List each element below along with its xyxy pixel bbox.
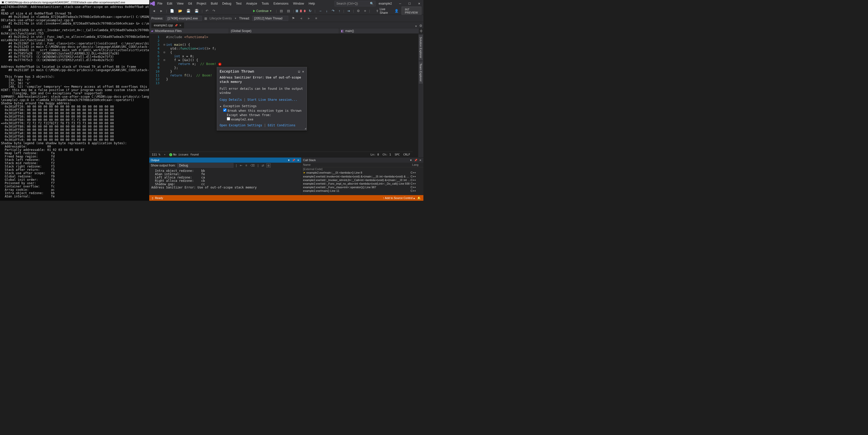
console-titlebar[interactable]: ▣ C:\MSDN\cpp-docs-pr\docs\c-language\AS…: [0, 0, 149, 4]
tab-nav-icon[interactable]: ▼: [414, 24, 418, 28]
panel-close-icon[interactable]: ✕: [297, 159, 300, 162]
callstack-col-lang[interactable]: Lang: [410, 163, 423, 167]
step-over-icon[interactable]: ↷: [331, 8, 336, 13]
open-icon[interactable]: 📂: [177, 8, 183, 13]
saveall-icon[interactable]: 💾: [193, 8, 200, 13]
thread-dropdown[interactable]: [20512] Main Thread: [252, 16, 288, 21]
menu-view[interactable]: View: [175, 1, 186, 6]
next-icon[interactable]: ►: [306, 16, 312, 21]
add-source-control[interactable]: Add to Source Control: [385, 196, 413, 199]
break-when-checkbox[interactable]: Break when this exception type is thrown: [223, 109, 302, 112]
outline-toggle-icon[interactable]: ⊟: [163, 43, 165, 46]
start-liveshare-link[interactable]: Start Live Share session...: [247, 98, 297, 102]
menu-test[interactable]: Test: [234, 1, 244, 6]
console-output[interactable]: ==17436==ERROR: AddressSanitizer: stack-…: [0, 4, 149, 201]
menu-extensions[interactable]: Extensions: [271, 1, 290, 6]
notification-icon[interactable]: 🔔: [417, 196, 421, 199]
panel-close-icon[interactable]: ✕: [419, 159, 422, 162]
callstack-row[interactable]: example2.exe!std::invoke<int <lambda>(vo…: [302, 175, 423, 178]
resize-grip-icon[interactable]: ◢: [305, 127, 306, 130]
menu-analyze[interactable]: Analyze: [244, 1, 259, 6]
screen-icon[interactable]: ▤: [279, 8, 284, 13]
menu-project[interactable]: Project: [194, 1, 208, 6]
new-icon[interactable]: 📄: [169, 8, 175, 13]
outline-toggle-icon[interactable]: ⊟: [163, 51, 165, 54]
window-close-icon[interactable]: ✕: [416, 1, 422, 6]
code-editor[interactable]: 1 2 3 4 5 6 7 8 9 10 11 12 13 ⊟ ⊟ ⊟ #i: [149, 34, 418, 157]
wordwrap-icon[interactable]: ⇄: [261, 164, 265, 167]
callstack-row[interactable]: [External Code]: [302, 167, 423, 171]
namespace-scope-dropdown[interactable]: (Global Scope): [229, 28, 339, 34]
stop-icon[interactable]: [300, 10, 302, 12]
funnel-icon[interactable]: ⚙: [356, 8, 361, 13]
exception-settings-toggle[interactable]: ▴ Exception Settings: [220, 104, 304, 108]
editor-tab-active[interactable]: example2.cpp 📌 ✕: [151, 22, 184, 28]
crlf-indicator[interactable]: CRLF: [403, 153, 410, 156]
team-explorer-tab[interactable]: Team Explorer: [419, 61, 423, 83]
output-source-dropdown[interactable]: Debug: [177, 163, 234, 168]
save-icon[interactable]: 💾: [185, 8, 191, 13]
find-icon[interactable]: ⇤: [239, 164, 243, 167]
process-dropdown[interactable]: [17436] example2.exe: [166, 16, 202, 21]
split-icon[interactable]: ╪: [419, 29, 423, 33]
pushpin-icon[interactable]: 📌: [175, 24, 178, 27]
intpreview-badge[interactable]: INT PREVIEW: [402, 7, 421, 15]
step-out-icon[interactable]: ↑: [338, 8, 341, 13]
callstack-row[interactable]: example2.exe!main() Line 11C++: [302, 189, 423, 193]
output-header[interactable]: Output ▼ 📌 ✕: [149, 158, 301, 163]
listview-icon[interactable]: ≣: [267, 163, 271, 168]
vs-search[interactable]: Search (Ctrl+Q) 🔍: [335, 1, 375, 6]
liveshare-button[interactable]: ⇪ Live Share: [374, 7, 391, 15]
zoom-level[interactable]: 111 %: [152, 153, 160, 156]
menu-debug[interactable]: Debug: [220, 1, 233, 6]
solution-explorer-tab[interactable]: Solution Explorer: [419, 35, 423, 60]
nav-back-icon[interactable]: ◄: [151, 8, 157, 13]
flag-icon[interactable]: ⚑: [291, 16, 296, 21]
menu-tools[interactable]: Tools: [259, 1, 271, 6]
issues-indicator[interactable]: ✓ No issues found: [169, 153, 198, 156]
copy-details-link[interactable]: Copy Details: [220, 98, 242, 102]
panel-pin-icon[interactable]: 📌: [414, 159, 418, 162]
window-minimize-icon[interactable]: ─: [397, 1, 403, 6]
step-into-icon[interactable]: ↓: [325, 8, 329, 13]
example2-checkbox[interactable]: example2.exe: [227, 118, 253, 121]
callstack-body[interactable]: [External Code]➤example2.exe!main::__l3:…: [302, 167, 423, 195]
menu-git[interactable]: Git: [186, 1, 194, 6]
lifecycle-label[interactable]: Lifecycle Events: [210, 16, 232, 20]
record-icon[interactable]: [304, 10, 306, 12]
popup-pin-icon[interactable]: ⊔: [298, 70, 300, 73]
run-to-icon[interactable]: ⇥: [346, 8, 351, 13]
vs-titlebar[interactable]: File Edit View Git Project Build Debug T…: [149, 0, 423, 7]
outline-toggle-icon[interactable]: ⊟: [163, 59, 165, 61]
menu-edit[interactable]: Edit: [165, 1, 174, 6]
menu-window[interactable]: Window: [291, 1, 306, 6]
panel-dropdown-icon[interactable]: ▼: [409, 159, 413, 162]
chevron-up-icon[interactable]: ▴: [413, 196, 416, 199]
feedback-icon[interactable]: 👤: [394, 8, 400, 13]
tab-settings-icon[interactable]: ⚙: [418, 23, 423, 28]
panel-pin-icon[interactable]: 📌: [291, 159, 296, 162]
callstack-row[interactable]: example2.exe!std::_Invoker_ret<int,0>::_…: [302, 178, 423, 182]
edit-conditions-link[interactable]: Edit Conditions: [268, 124, 296, 127]
open-exception-settings-link[interactable]: Open Exception Settings: [220, 124, 262, 127]
screen2-icon[interactable]: ▤: [286, 8, 291, 13]
goto-icon[interactable]: ≡: [245, 164, 248, 167]
callstack-row[interactable]: example2.exe!std::_Func_impl_no_alloc<in…: [302, 182, 423, 186]
stack-icon[interactable]: ≡: [363, 8, 367, 13]
callstack-header[interactable]: Call Stack ▼ 📌 ✕: [302, 158, 423, 163]
pause-icon[interactable]: [296, 10, 298, 12]
prev-icon[interactable]: ◄: [299, 16, 304, 21]
callstack-row[interactable]: ➤example2.exe!main::__l3::<lambda>() Lin…: [302, 171, 423, 175]
nav-fwd-icon[interactable]: ►: [159, 8, 164, 13]
popup-close-icon[interactable]: ✕: [302, 70, 304, 73]
panel-dropdown-icon[interactable]: ▼: [287, 159, 290, 162]
project-scope-dropdown[interactable]: ▰ Miscellaneous Files: [150, 28, 229, 34]
continue-button[interactable]: Continue ▼: [251, 9, 274, 13]
code-content[interactable]: #include <functional> int main() { std::…: [166, 35, 221, 85]
menu-build[interactable]: Build: [209, 1, 220, 6]
spaces-indicator[interactable]: SPC: [395, 153, 400, 156]
callstack-col-name[interactable]: Name: [302, 163, 410, 167]
restart-icon[interactable]: ↻: [308, 8, 313, 13]
menu-file[interactable]: File: [155, 1, 164, 6]
undo-icon[interactable]: ↶: [205, 8, 209, 13]
